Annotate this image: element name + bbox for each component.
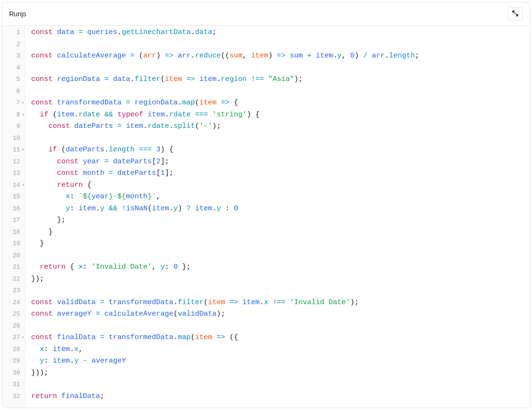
line-number: 17 (2, 215, 25, 227)
line-number: 16 (2, 203, 25, 215)
expand-button[interactable] (508, 7, 523, 21)
line-number: 27 (2, 332, 25, 344)
line-number-gutter: 1234567891011121314151617181920212223242… (2, 26, 25, 408)
line-number: 2 (2, 39, 25, 51)
code-line[interactable] (31, 39, 530, 51)
code-line[interactable]: if (dateParts.length === 3) { (31, 144, 530, 156)
code-line[interactable] (31, 133, 530, 145)
line-number: 9 (2, 121, 25, 133)
line-number: 8 (2, 109, 25, 121)
line-number: 12 (2, 156, 25, 168)
line-number: 22 (2, 273, 25, 285)
code-line[interactable] (31, 379, 530, 391)
line-number: 31 (2, 379, 25, 391)
code-panel: Runjs 1234567891011121314151617181920212… (2, 2, 530, 408)
code-line[interactable]: const data = queries.getLinechartData.da… (31, 27, 530, 39)
code-line[interactable]: const transformedData = regionData.map(i… (31, 97, 530, 109)
code-line[interactable]: const averageY = calculateAverage(validD… (31, 308, 530, 320)
code-line[interactable]: })); (31, 367, 530, 379)
code-line[interactable] (31, 285, 530, 297)
code-line[interactable]: y: item.y && !isNaN(item.y) ? item.y : 0 (31, 203, 530, 215)
code-line[interactable]: const year = dateParts[2]; (31, 156, 530, 168)
line-number: 28 (2, 344, 25, 356)
line-number: 32 (2, 391, 25, 403)
code-line[interactable]: if (item.rdate && typeof item.rdate === … (31, 109, 530, 121)
line-number: 11 (2, 144, 25, 156)
code-editor[interactable]: 1234567891011121314151617181920212223242… (2, 26, 530, 408)
code-line[interactable]: const regionData = data.filter(item => i… (31, 74, 530, 86)
line-number: 4 (2, 62, 25, 74)
code-line[interactable]: } (31, 238, 530, 250)
line-number: 7 (2, 97, 25, 109)
code-line[interactable]: return { x: 'Invalid Date', y: 0 }; (31, 262, 530, 273)
line-number: 21 (2, 262, 25, 273)
code-line[interactable]: return finalData; (31, 391, 530, 403)
line-number: 14 (2, 180, 25, 192)
line-number: 30 (2, 367, 25, 379)
line-number: 3 (2, 50, 25, 62)
code-line[interactable]: x: item.x, (31, 344, 530, 356)
line-number: 1 (2, 27, 25, 39)
line-number: 18 (2, 227, 25, 239)
tab-label[interactable]: Runjs (9, 10, 26, 18)
code-line[interactable]: const calculateAverage = (arr) => arr.re… (31, 50, 530, 62)
code-line[interactable]: }); (31, 273, 530, 285)
line-number: 10 (2, 133, 25, 145)
line-number: 20 (2, 250, 25, 262)
line-number: 5 (2, 74, 25, 86)
line-number: 26 (2, 320, 25, 332)
code-line[interactable]: x: `${year}-${month}`, (31, 191, 530, 203)
code-line[interactable]: } (31, 227, 530, 239)
line-number: 29 (2, 355, 25, 367)
line-number: 6 (2, 86, 25, 98)
line-number: 23 (2, 285, 25, 297)
line-number: 25 (2, 308, 25, 320)
code-content[interactable]: const data = queries.getLinechartData.da… (25, 26, 530, 408)
code-line[interactable]: y: item.y - averageY (31, 355, 530, 367)
expand-icon (512, 10, 519, 18)
code-line[interactable] (31, 250, 530, 262)
line-number: 15 (2, 191, 25, 203)
code-line[interactable]: return { (31, 180, 530, 192)
line-number: 13 (2, 168, 25, 180)
code-line[interactable]: const dateParts = item.rdate.split('-'); (31, 121, 530, 133)
line-number: 19 (2, 238, 25, 250)
code-line[interactable]: }; (31, 215, 530, 227)
code-line[interactable]: const validData = transformedData.filter… (31, 297, 530, 309)
panel-header: Runjs (2, 2, 530, 26)
code-line[interactable] (31, 86, 530, 98)
code-line[interactable] (31, 62, 530, 74)
code-line[interactable]: const month = dateParts[1]; (31, 168, 530, 180)
code-line[interactable]: const finalData = transformedData.map(it… (31, 332, 530, 344)
line-number: 24 (2, 297, 25, 309)
code-line[interactable] (31, 320, 530, 332)
